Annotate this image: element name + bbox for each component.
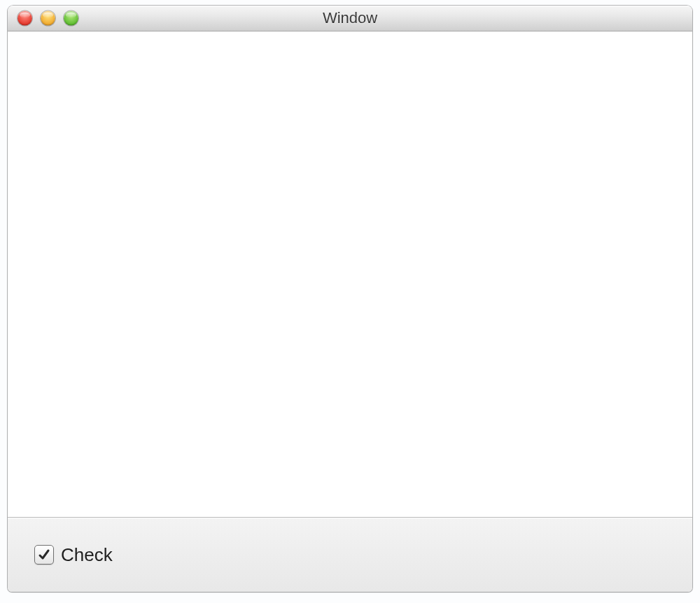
checkbox-box-icon — [34, 545, 54, 565]
check-checkbox[interactable]: Check — [34, 544, 113, 566]
minimize-icon[interactable] — [41, 11, 55, 26]
titlebar[interactable]: Window — [8, 6, 692, 31]
checkmark-icon — [37, 548, 51, 562]
checkbox-label: Check — [61, 544, 113, 566]
window-body: Check — [8, 31, 692, 592]
ib-canvas: Window Check — [0, 0, 700, 603]
window-title: Window — [323, 9, 377, 27]
window: Window Check — [8, 6, 692, 592]
footer-bar: Check — [8, 518, 692, 592]
traffic-lights — [18, 11, 78, 26]
close-icon[interactable] — [18, 11, 32, 26]
content-area — [8, 31, 692, 518]
zoom-icon[interactable] — [64, 11, 78, 26]
